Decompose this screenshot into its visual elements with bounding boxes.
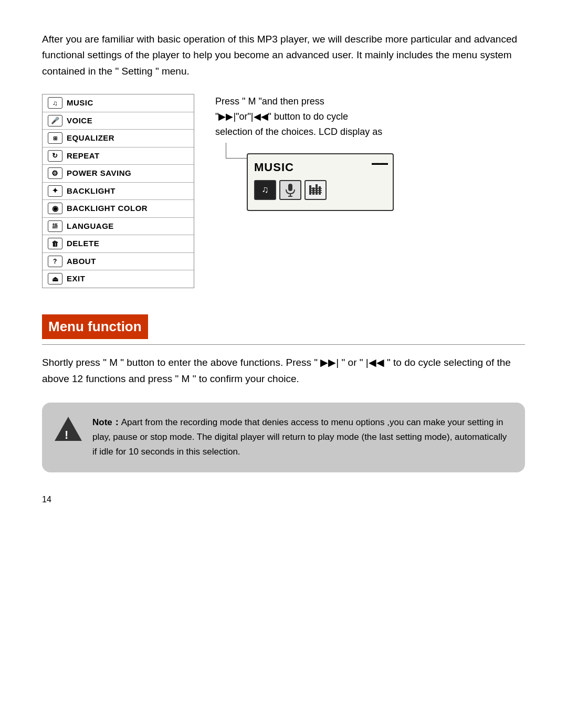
voice-icon: 🎤: [48, 115, 62, 126]
lcd-title: MUSIC: [254, 159, 386, 176]
menu-item-repeat: ↻ REPEAT: [43, 147, 194, 165]
menu-item-backlight-color: ◉ BACKLIGHT COLOR: [43, 200, 194, 218]
delete-icon: 🗑: [48, 238, 62, 249]
backlight-icon: ✦: [48, 185, 62, 197]
section-divider: [42, 344, 525, 345]
instruction-line3: selection of the choices. LCD display as: [215, 124, 525, 140]
lcd-icons-row: ♫: [254, 180, 386, 200]
lcd-music-icon: ♫: [254, 180, 276, 200]
menu-item-music: ♫ MUSIC: [43, 94, 194, 112]
repeat-icon: ↻: [48, 150, 62, 162]
lcd-display: ▬▬▬ MUSIC ♫: [247, 153, 394, 211]
backlight-color-icon: ◉: [48, 203, 62, 214]
connector-lines: [226, 143, 247, 159]
power-saving-icon: ⚙: [48, 167, 62, 179]
menu-item-backlight: ✦ BACKLIGHT: [43, 183, 194, 201]
menu-item-voice: 🎤 VOICE: [43, 112, 194, 130]
menu-label-backlight-color: BACKLIGHT COLOR: [67, 203, 148, 215]
lcd-voice-icon: [279, 180, 301, 200]
exit-icon: ⏏: [48, 273, 62, 284]
menu-label-delete: DELETE: [67, 238, 99, 250]
intro-paragraph: After you are familiar with basic operat…: [42, 31, 525, 79]
eq-svg: [308, 183, 323, 197]
lcd-battery-icon: ▬▬▬: [372, 159, 387, 167]
menu-label-exit: EXIT: [67, 273, 85, 285]
warning-triangle: [55, 417, 82, 441]
note-text: Note：Apart from the recording mode that …: [92, 415, 508, 459]
music-icon: ♫: [48, 97, 62, 109]
section-heading-container: Menu function: [42, 309, 525, 342]
warning-icon: [55, 415, 82, 442]
menu-label-equalizer: EQUALIZER: [67, 132, 114, 144]
menu-list: ♫ MUSIC 🎤 VOICE ⊞ EQUALIZER ↻ REPEAT ⚙ P…: [42, 94, 194, 288]
menu-item-power-saving: ⚙ POWER SAVING: [43, 165, 194, 183]
menu-label-about: ABOUT: [67, 256, 96, 268]
menu-label-language: LANGUAGE: [67, 220, 114, 233]
page-number: 14: [42, 493, 525, 506]
mic-svg: [285, 183, 296, 197]
menu-label-backlight: BACKLIGHT: [67, 185, 116, 197]
svg-rect-3: [309, 185, 311, 195]
equalizer-icon: ⊞: [48, 132, 62, 144]
about-icon: ?: [48, 256, 62, 267]
menu-label-music: MUSIC: [67, 97, 93, 109]
menu-label-repeat: REPEAT: [67, 150, 100, 162]
right-panel: Press " M "and then press "▶▶|"or"|◀◀" b…: [215, 94, 525, 210]
svg-rect-5: [316, 184, 318, 195]
menu-item-equalizer: ⊞ EQUALIZER: [43, 130, 194, 147]
svg-rect-0: [288, 184, 292, 191]
section-heading: Menu function: [42, 314, 148, 339]
lcd-connector-area: ▬▬▬ MUSIC ♫: [226, 148, 525, 211]
menu-label-power-saving: POWER SAVING: [67, 167, 131, 180]
menu-item-language: 語 LANGUAGE: [43, 218, 194, 236]
instruction-line2: "▶▶|"or"|◀◀" button to do cycle: [215, 109, 525, 124]
menu-item-delete: 🗑 DELETE: [43, 235, 194, 253]
instruction-line1: Press " M "and then press: [215, 94, 525, 109]
note-label: Note：: [92, 417, 121, 427]
note-box: Note：Apart from the recording mode that …: [42, 403, 525, 472]
menu-item-about: ? ABOUT: [43, 253, 194, 271]
instructions-text: Press " M "and then press "▶▶|"or"|◀◀" b…: [215, 94, 525, 139]
menu-function-text: Shortly press " M " button to enter the …: [42, 354, 525, 387]
menu-label-voice: VOICE: [67, 115, 92, 127]
menu-layout: ♫ MUSIC 🎤 VOICE ⊞ EQUALIZER ↻ REPEAT ⚙ P…: [42, 94, 525, 288]
lcd-equalizer-icon: [304, 180, 327, 200]
menu-item-exit: ⏏ EXIT: [43, 270, 194, 288]
note-body: Apart from the recording mode that denie…: [92, 417, 507, 457]
language-icon: 語: [48, 220, 62, 232]
